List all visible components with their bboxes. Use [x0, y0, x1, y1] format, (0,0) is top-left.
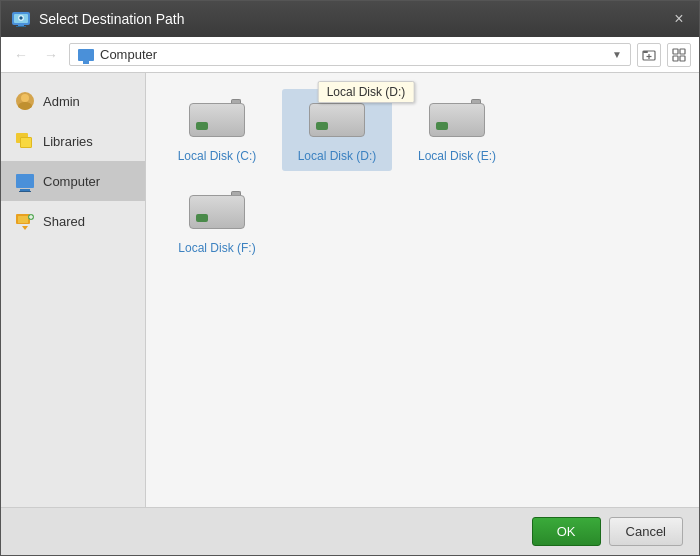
cancel-button[interactable]: Cancel — [609, 517, 683, 546]
close-button[interactable]: × — [669, 9, 689, 29]
disk-icon-e — [425, 99, 489, 143]
new-folder-icon — [642, 48, 656, 62]
shared-icon — [15, 211, 35, 231]
sidebar-label-libraries: Libraries — [43, 134, 93, 149]
disk-icon-d — [305, 99, 369, 143]
back-button[interactable]: ← — [9, 45, 33, 65]
sidebar: Admin Libraries Computer — [1, 73, 146, 507]
bottom-bar: OK Cancel — [1, 507, 699, 555]
disk-label-c: Local Disk (C:) — [178, 149, 257, 163]
sidebar-item-shared[interactable]: Shared — [1, 201, 145, 241]
app-icon — [11, 9, 31, 29]
svg-rect-3 — [16, 26, 26, 27]
sidebar-label-computer: Computer — [43, 174, 100, 189]
dialog: Select Destination Path × ← → Computer ▼ — [0, 0, 700, 556]
view-toggle-button[interactable] — [667, 43, 691, 67]
address-label: Computer — [100, 47, 606, 62]
disk-grid: Local Disk (C:) Local Disk (D:) Local Di… — [162, 89, 683, 263]
forward-button[interactable]: → — [39, 45, 63, 65]
disk-icon-f — [185, 191, 249, 235]
title-bar-left: Select Destination Path — [11, 9, 185, 29]
disk-item-c[interactable]: Local Disk (C:) — [162, 89, 272, 171]
disk-label-e: Local Disk (E:) — [418, 149, 496, 163]
disk-icon-c — [185, 99, 249, 143]
view-icon — [672, 48, 686, 62]
libraries-icon — [15, 131, 35, 151]
content-area: Admin Libraries Computer — [1, 73, 699, 507]
svg-rect-9 — [673, 49, 678, 54]
sidebar-item-libraries[interactable]: Libraries — [1, 121, 145, 161]
dialog-title: Select Destination Path — [39, 11, 185, 27]
disk-label-d: Local Disk (D:) — [298, 149, 377, 163]
title-bar: Select Destination Path × — [1, 1, 699, 37]
admin-icon — [15, 91, 35, 111]
disk-item-f[interactable]: Local Disk (F:) — [162, 181, 272, 263]
svg-rect-10 — [680, 49, 685, 54]
svg-rect-12 — [680, 56, 685, 61]
svg-marker-15 — [22, 226, 28, 230]
svg-rect-11 — [673, 56, 678, 61]
sidebar-label-admin: Admin — [43, 94, 80, 109]
disk-label-f: Local Disk (F:) — [178, 241, 255, 255]
svg-rect-6 — [643, 51, 648, 53]
disk-item-e[interactable]: Local Disk (E:) — [402, 89, 512, 171]
disk-item-d[interactable]: Local Disk (D:) Local Disk (D:) — [282, 89, 392, 171]
new-folder-button[interactable] — [637, 43, 661, 67]
sidebar-item-admin[interactable]: Admin — [1, 81, 145, 121]
main-panel: Local Disk (C:) Local Disk (D:) Local Di… — [146, 73, 699, 507]
address-content: Computer ▼ — [69, 43, 631, 66]
computer-icon-small — [78, 49, 94, 61]
ok-button[interactable]: OK — [532, 517, 601, 546]
address-bar: ← → Computer ▼ — [1, 37, 699, 73]
sidebar-label-shared: Shared — [43, 214, 85, 229]
sidebar-item-computer[interactable]: Computer — [1, 161, 145, 201]
svg-rect-14 — [18, 216, 28, 223]
address-dropdown-arrow[interactable]: ▼ — [612, 49, 622, 60]
empty-slot-1 — [522, 89, 632, 171]
computer-icon — [15, 171, 35, 191]
